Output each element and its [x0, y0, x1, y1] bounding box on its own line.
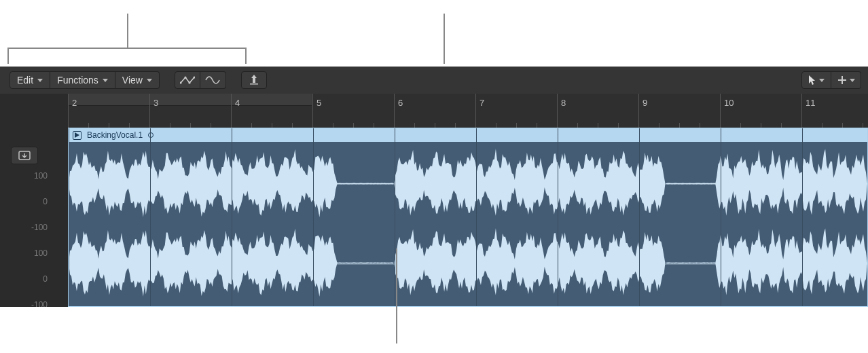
catch-playhead-button[interactable]: [241, 71, 267, 89]
mode-toggle-group: [175, 71, 226, 89]
bar-line: [557, 94, 558, 128]
bar-line: [720, 94, 721, 128]
region-header[interactable]: BackingVocal.1: [69, 128, 867, 142]
beat-tick: [740, 123, 741, 128]
loop-icon: [148, 132, 153, 138]
beat-tick: [435, 123, 435, 128]
scale-label: 100: [0, 249, 52, 257]
beat-tick: [190, 123, 191, 128]
beat-tick: [598, 123, 598, 128]
scale-label: -100: [0, 223, 52, 231]
beat-tick: [333, 123, 333, 128]
track-area[interactable]: BackingVocal.1: [68, 128, 868, 307]
grid-line: [395, 128, 395, 306]
left-click-tool[interactable]: [801, 71, 831, 89]
bar-line: [68, 94, 69, 128]
beat-tick: [353, 123, 354, 128]
audio-region[interactable]: BackingVocal.1: [68, 128, 868, 307]
waveform-display: [69, 142, 867, 306]
editor-toolbar: Edit Functions View: [0, 67, 868, 94]
audio-editor: Edit Functions View: [0, 67, 868, 307]
beat-tick: [292, 123, 293, 128]
bar-line: [231, 94, 232, 128]
beat-tick: [455, 123, 456, 128]
grid-line: [313, 128, 314, 306]
bar-number: 11: [806, 98, 815, 108]
tool-selector: [801, 71, 861, 89]
edit-menu[interactable]: Edit: [10, 71, 50, 89]
flex-toggle[interactable]: [200, 71, 226, 89]
grid-line: [150, 128, 151, 306]
grid-line: [639, 128, 640, 306]
bar-line: [638, 94, 639, 128]
grid-line: [721, 128, 721, 306]
bar-line: [149, 94, 150, 128]
beat-tick: [577, 123, 578, 128]
cycle-range[interactable]: [68, 94, 312, 106]
bar-line: [394, 94, 395, 128]
edit-menu-label: Edit: [17, 75, 33, 86]
chevron-down-icon: [850, 79, 855, 82]
view-menu[interactable]: View: [115, 71, 160, 89]
menu-bar: Edit Functions View: [10, 71, 160, 89]
region-play-button[interactable]: [73, 131, 82, 140]
plus-icon: [837, 75, 847, 85]
beat-tick: [109, 123, 109, 128]
beat-tick: [842, 123, 843, 128]
bar-number: 5: [317, 98, 321, 108]
scale-label: -100: [0, 301, 52, 307]
bar-number: 4: [235, 98, 240, 108]
bar-ruler[interactable]: 234567891011: [68, 94, 868, 128]
beat-tick: [537, 123, 537, 128]
beat-tick: [414, 123, 415, 128]
beat-tick: [700, 123, 700, 128]
bar-line: [475, 94, 476, 128]
chevron-down-icon: [103, 79, 108, 82]
grid-line: [476, 128, 477, 306]
beat-tick: [822, 123, 822, 128]
scale-label: 100: [0, 172, 52, 180]
inspector-icon: [18, 151, 31, 160]
amplitude-scale: 100 0 -100 100 0 -100: [0, 172, 52, 307]
beat-tick: [170, 123, 170, 128]
bar-number: 6: [398, 98, 403, 108]
chevron-down-icon: [819, 79, 825, 82]
bar-line: [801, 94, 802, 128]
left-gutter: 100 0 -100 100 0 -100: [0, 94, 68, 307]
bar-number: 9: [643, 98, 647, 108]
grid-line: [558, 128, 558, 306]
scale-label: 0: [0, 275, 52, 283]
automation-icon: [180, 75, 195, 85]
region-name: BackingVocal.1: [87, 130, 143, 140]
beat-tick: [272, 123, 272, 128]
beat-tick: [679, 123, 680, 128]
bar-number: 2: [72, 98, 77, 108]
catch-playhead-icon: [248, 75, 260, 86]
functions-menu[interactable]: Functions: [50, 71, 115, 89]
svg-point-1: [184, 76, 186, 78]
pointer-icon: [808, 75, 816, 86]
beat-tick: [618, 123, 619, 128]
inspector-toggle[interactable]: [11, 147, 38, 164]
chevron-down-icon: [37, 79, 43, 82]
functions-menu-label: Functions: [57, 75, 98, 86]
svg-point-2: [188, 81, 190, 83]
bar-number: 8: [561, 98, 566, 108]
beat-tick: [496, 123, 496, 128]
beat-tick: [516, 123, 517, 128]
grid-line: [802, 128, 803, 306]
catch-group: [241, 71, 267, 89]
callouts-top: [0, 0, 868, 67]
bar-number: 10: [724, 98, 734, 108]
beat-tick: [88, 123, 89, 128]
beat-tick: [781, 123, 782, 128]
chevron-down-icon: [147, 79, 152, 82]
bar-line: [312, 94, 313, 128]
bar-number: 3: [153, 98, 158, 108]
flex-icon: [205, 75, 220, 86]
svg-rect-4: [250, 83, 258, 85]
automation-toggle[interactable]: [175, 71, 200, 89]
callouts-bottom: [0, 307, 868, 353]
cmd-click-tool[interactable]: [831, 71, 861, 89]
grid-line: [69, 128, 69, 306]
